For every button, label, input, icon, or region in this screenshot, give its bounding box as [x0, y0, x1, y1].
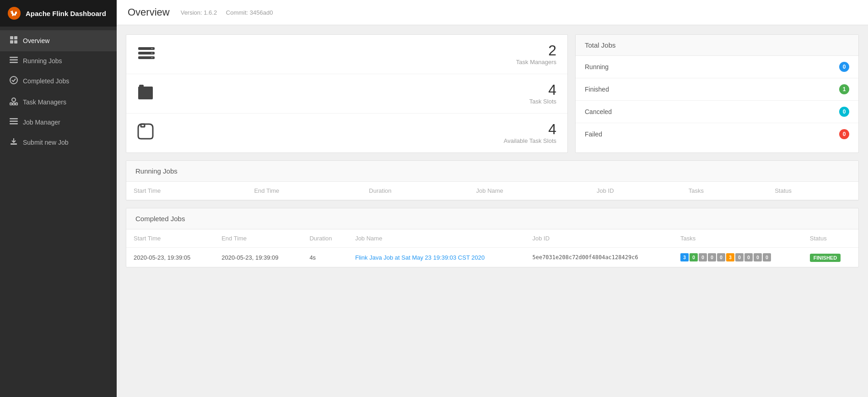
sidebar-item-completed-label: Completed Jobs [23, 77, 69, 85]
col-duration: Duration [361, 182, 469, 200]
svg-rect-23 [151, 57, 153, 58]
sidebar-item-overview[interactable]: Overview [0, 30, 117, 51]
task-badge-4: 3 [726, 253, 734, 261]
comp-col-tasks: Tasks [673, 229, 803, 248]
col-status: Status [767, 182, 858, 200]
running-jobs-header: Running Jobs [126, 161, 858, 182]
app-title: Apache Flink Dashboard [26, 10, 106, 17]
sidebar-item-job-manager-label: Job Manager [23, 119, 60, 126]
svg-text:🐿: 🐿 [10, 10, 17, 17]
job-name[interactable]: Flink Java Job at Sat May 23 19:39:03 CS… [348, 248, 525, 267]
col-job-name: Job Name [469, 182, 589, 200]
failed-badge: 0 [839, 129, 849, 139]
task-badge-5: 0 [735, 253, 744, 261]
task-badge-running: 3 [680, 253, 689, 261]
task-slots-value-block: 4 Task Slots [529, 82, 556, 105]
svg-rect-14 [10, 118, 18, 120]
available-slots-number: 4 [504, 122, 556, 136]
svg-rect-25 [139, 85, 144, 88]
available-slots-label: Available Task Slots [504, 137, 556, 144]
running-jobs-section: Running Jobs Start Time End Time Duratio… [126, 160, 859, 201]
stats-card-right: Total Jobs Running 0 Finished 1 Canceled… [575, 34, 859, 153]
task-managers-icon [9, 97, 18, 107]
svg-rect-8 [10, 62, 18, 63]
commit-info: Commit: 3456ad0 [226, 9, 273, 16]
completed-jobs-header: Completed Jobs [126, 208, 858, 229]
completed-jobs-icon [9, 76, 18, 86]
sidebar-item-task-managers-label: Task Managers [23, 98, 66, 106]
content-area: 2 Task Managers 4 Task Slots [117, 25, 868, 284]
job-manager-icon [9, 118, 18, 126]
comp-col-status: Status [803, 229, 858, 248]
svg-rect-3 [14, 36, 17, 39]
task-slots-number: 4 [529, 82, 556, 97]
svg-rect-26 [141, 124, 145, 127]
sidebar-item-submit-job[interactable]: Submit new Job [0, 132, 117, 153]
task-badge-8: 0 [763, 253, 771, 261]
total-jobs-header: Total Jobs [576, 35, 858, 56]
task-slots-stat-icon [137, 84, 160, 103]
status-badge: FINISHED [810, 254, 841, 262]
task-managers-number: 2 [516, 43, 556, 58]
sidebar-item-completed-jobs[interactable]: Completed Jobs [0, 71, 117, 92]
main-header: Overview Version: 1.6.2 Commit: 3456ad0 [117, 0, 868, 25]
sidebar-item-submit-job-label: Submit new Job [23, 139, 69, 146]
stats-row: 2 Task Managers 4 Task Slots [126, 34, 859, 153]
task-managers-label: Task Managers [516, 59, 556, 65]
col-tasks: Tasks [681, 182, 767, 200]
task-managers-stat-icon [137, 45, 160, 63]
available-slots-stat-icon [137, 123, 160, 143]
task-badges: 3 0 0 0 0 3 0 0 0 0 [680, 253, 795, 261]
running-badge: 0 [839, 62, 849, 72]
svg-rect-22 [151, 53, 153, 54]
task-slots-label: Task Slots [529, 98, 556, 105]
task-badge-1: 0 [699, 253, 707, 261]
sidebar-item-overview-label: Overview [23, 37, 49, 44]
svg-rect-24 [138, 87, 153, 99]
sidebar-item-running-jobs[interactable]: Running Jobs [0, 51, 117, 71]
col-start-time: Start Time [126, 182, 247, 200]
svg-point-9 [10, 76, 17, 84]
start-time: 2020-05-23, 19:39:05 [126, 248, 214, 267]
col-end-time: End Time [247, 182, 361, 200]
task-badge-finished: 0 [690, 253, 698, 261]
running-jobs-icon [9, 57, 18, 65]
task-badge-7: 0 [754, 253, 762, 261]
svg-point-11 [10, 103, 12, 105]
sidebar-header: 🐿 Apache Flink Dashboard [0, 0, 117, 27]
running-jobs-table: Start Time End Time Duration Job Name Jo… [126, 182, 858, 200]
svg-rect-5 [14, 40, 17, 44]
running-label: Running [585, 63, 609, 71]
end-time: 2020-05-23, 19:39:09 [214, 248, 302, 267]
task-badge-3: 0 [717, 253, 725, 261]
finished-badge: 1 [839, 84, 849, 94]
sidebar-item-job-manager[interactable]: Job Manager [0, 113, 117, 132]
tasks: 3 0 0 0 0 3 0 0 0 0 [673, 248, 803, 267]
svg-point-10 [12, 98, 16, 102]
stats-card-left: 2 Task Managers 4 Task Slots [126, 34, 568, 153]
failed-label: Failed [585, 131, 602, 138]
overview-icon [9, 36, 18, 46]
available-slots-value-block: 4 Available Task Slots [504, 122, 556, 144]
svg-rect-4 [10, 40, 13, 44]
svg-rect-21 [151, 48, 153, 49]
job-id: 5ee7031e208c72d00f4804ac128429c6 [525, 248, 673, 267]
stat-task-slots: 4 Task Slots [126, 74, 567, 114]
completed-jobs-table: Start Time End Time Duration Job Name Jo… [126, 229, 858, 267]
svg-rect-17 [11, 143, 17, 145]
finished-stat-row: Finished 1 [576, 78, 858, 101]
canceled-badge: 0 [839, 107, 849, 117]
comp-col-start-time: Start Time [126, 229, 214, 248]
page-title: Overview [128, 6, 170, 18]
table-row[interactable]: 2020-05-23, 19:39:05 2020-05-23, 19:39:0… [126, 248, 858, 267]
canceled-label: Canceled [585, 108, 612, 115]
svg-rect-15 [10, 121, 18, 122]
svg-point-12 [13, 103, 15, 105]
comp-col-job-name: Job Name [348, 229, 525, 248]
status: FINISHED [803, 248, 858, 267]
comp-col-job-id: Job ID [525, 229, 673, 248]
submit-job-icon [9, 137, 18, 147]
sidebar-item-task-managers[interactable]: Task Managers [0, 92, 117, 113]
main-content: Overview Version: 1.6.2 Commit: 3456ad0 [117, 0, 868, 397]
finished-label: Finished [585, 86, 609, 93]
